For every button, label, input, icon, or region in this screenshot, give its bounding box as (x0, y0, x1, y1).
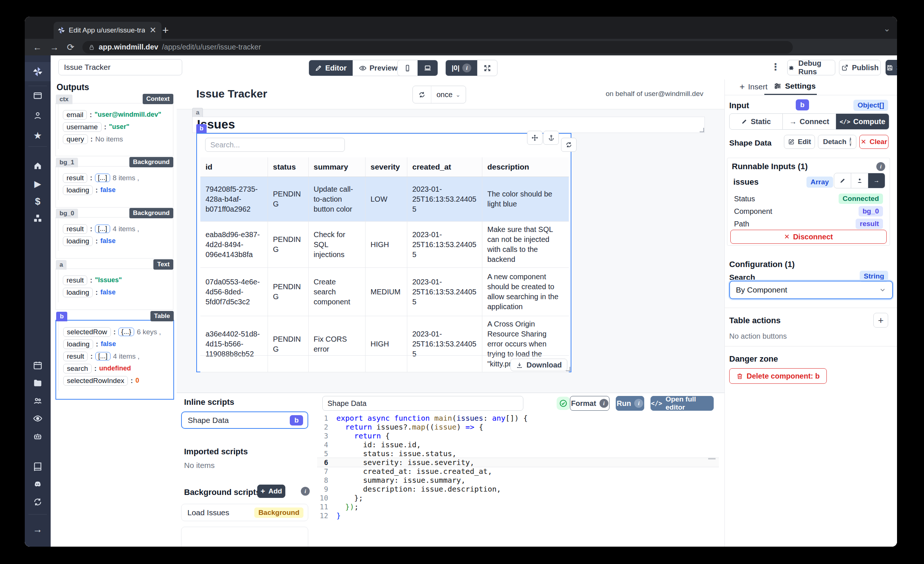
home-icon[interactable] (25, 161, 51, 171)
text-component-a[interactable]: a Issues (192, 117, 705, 133)
refresh-icon[interactable] (413, 86, 431, 103)
output-row[interactable]: loading:false (63, 184, 169, 196)
download-button[interactable]: Download (510, 359, 567, 371)
app-name-input[interactable] (58, 59, 182, 75)
code-area[interactable]: 1export async function main(issues: any[… (317, 414, 719, 520)
output-row[interactable]: query:No items (63, 133, 169, 145)
connect-arrow-button[interactable]: → (868, 173, 885, 188)
apps-icon[interactable] (25, 91, 51, 100)
table-search-input[interactable] (205, 138, 345, 152)
inline-script-item[interactable]: Shape Datab (181, 411, 308, 429)
desktop-view-button[interactable] (418, 60, 438, 76)
debug-runs-button[interactable]: Debug Runs (787, 60, 835, 75)
column-header[interactable]: status (268, 157, 308, 177)
resources-icon[interactable] (25, 214, 51, 223)
background-script-item[interactable]: Load IssuesBackground (181, 504, 308, 521)
preview-tab[interactable]: Preview (353, 60, 404, 76)
add-background-script-button[interactable]: +Add (257, 485, 285, 498)
reload-icon[interactable]: ⟳ (67, 42, 74, 52)
mode-static-button[interactable]: Static (730, 114, 783, 129)
resize-handle[interactable] (700, 128, 704, 132)
move-handle[interactable] (527, 131, 543, 145)
publish-button[interactable]: Publish (839, 60, 881, 75)
workers-robot-icon[interactable] (25, 431, 51, 441)
forward-icon[interactable]: → (50, 42, 59, 52)
script-name-input[interactable] (322, 396, 524, 411)
output-row[interactable]: loading:false (63, 286, 169, 298)
info-icon: i (876, 162, 885, 171)
output-section-b[interactable]: bTable selectedRow:{...}6 keys , loading… (56, 320, 174, 399)
disconnect-button[interactable]: ✕Disconnect (730, 230, 886, 244)
back-icon[interactable]: ← (33, 42, 42, 52)
delete-component-button[interactable]: Delete component: b (729, 368, 827, 384)
save-button[interactable]: Save (885, 60, 897, 75)
output-row[interactable]: loading:false (63, 235, 169, 247)
output-section-bg_1[interactable]: bg_1Background result:[...]8 items , loa… (56, 166, 173, 208)
column-header[interactable]: id (200, 157, 268, 177)
output-row[interactable]: selectedRow:{...}6 keys , (63, 326, 170, 338)
output-section-ctx[interactable]: ctxContext email:"user@windmill.dev" use… (56, 103, 173, 156)
output-row[interactable]: result:[...]4 items , (63, 350, 170, 362)
debug-outputs-button[interactable]: |0|i (446, 60, 477, 76)
table-refresh-button[interactable] (561, 138, 577, 152)
tab-insert[interactable]: +Insert (740, 82, 768, 92)
output-row[interactable]: search:undefined (63, 362, 170, 374)
editor-tab[interactable]: Editor (309, 60, 353, 76)
table-row[interactable]: 07da0553-4e6e-4d56-8ded-5fd0f7d5c3c2PEND… (200, 268, 569, 316)
column-header[interactable]: severity (365, 157, 407, 177)
favorites-star-icon[interactable]: ★ (25, 130, 51, 141)
sync-icon[interactable] (25, 497, 51, 507)
column-header[interactable]: created_at (407, 157, 482, 177)
output-row[interactable]: result:[...]8 items , (63, 172, 169, 184)
anchor-icon[interactable] (543, 131, 559, 145)
audit-eye-icon[interactable] (25, 414, 51, 423)
background-script-item-partial[interactable] (181, 527, 308, 547)
resize-handle[interactable] (566, 367, 570, 371)
table-component-b[interactable]: b id statu (196, 133, 572, 372)
output-row[interactable]: selectedRowIndex:0 (63, 374, 170, 387)
browser-tab[interactable]: Edit App u/user/issue-tracker | ✕ (54, 22, 162, 39)
new-tab-button[interactable]: + (162, 25, 169, 36)
column-header[interactable]: description (482, 157, 569, 177)
output-row[interactable]: username:"user" (63, 121, 169, 133)
add-action-button[interactable]: + (873, 313, 888, 328)
collapse-arrow-icon[interactable]: → (25, 524, 51, 535)
more-menu-icon[interactable]: ⋮ (771, 61, 781, 73)
discord-icon[interactable] (25, 479, 51, 489)
tab-settings[interactable]: Settings (774, 82, 816, 90)
detach-button[interactable]: Detachi (818, 135, 856, 149)
mode-compute-button[interactable]: </> Compute (836, 114, 889, 129)
mobile-view-button[interactable] (398, 60, 418, 76)
address-bar[interactable]: app.windmill.dev/apps/edit/u/user/issue-… (82, 41, 793, 54)
open-full-editor-button[interactable]: </> Open full editor (651, 396, 714, 411)
fullscreen-button[interactable] (477, 60, 497, 76)
run-button[interactable]: Runi (616, 396, 644, 411)
user-input-button[interactable] (851, 173, 868, 188)
mode-connect-button[interactable]: →Connect (783, 114, 836, 129)
search-mode-select[interactable]: By Component (729, 281, 893, 299)
user-icon[interactable] (25, 111, 51, 120)
output-section-bg_0[interactable]: bg_0Background result:[...]4 items , loa… (56, 217, 173, 259)
variables-dollar-icon[interactable]: $ (25, 196, 51, 207)
column-header[interactable]: summary (308, 157, 365, 177)
static-pencil-button[interactable] (834, 173, 851, 188)
tab-list-chevron-icon[interactable]: ⌄ (884, 24, 890, 34)
groups-icon[interactable] (25, 396, 51, 405)
output-row[interactable]: email:"user@windmill.dev" (63, 109, 169, 121)
runs-play-icon[interactable]: ▶ (25, 179, 51, 189)
output-row[interactable]: result:[...]4 items , (63, 223, 169, 235)
clear-button[interactable]: ✕Clear (860, 135, 888, 149)
schedules-calendar-icon[interactable] (25, 361, 51, 370)
table-row-selected[interactable]: 794208f5-2735-428a-b4af-b071ff0a2962PEND… (200, 177, 569, 221)
tab-close-icon[interactable]: ✕ (148, 25, 158, 35)
edit-button[interactable]: Edit (784, 135, 815, 149)
output-row[interactable]: loading:false (63, 338, 170, 350)
windmill-logo[interactable] (25, 62, 51, 81)
refresh-mode-select[interactable]: once⌄ (431, 86, 466, 103)
table-row[interactable]: eaba8d96-e387-4d2d-8494-096e4143b8faPEND… (200, 221, 569, 268)
output-section-a[interactable]: aText result:"Issues" loading:false (56, 269, 173, 310)
docs-book-icon[interactable] (25, 462, 51, 471)
output-row[interactable]: result:"Issues" (63, 274, 169, 286)
format-button[interactable]: Formati (570, 396, 609, 411)
folders-icon[interactable] (25, 378, 51, 388)
